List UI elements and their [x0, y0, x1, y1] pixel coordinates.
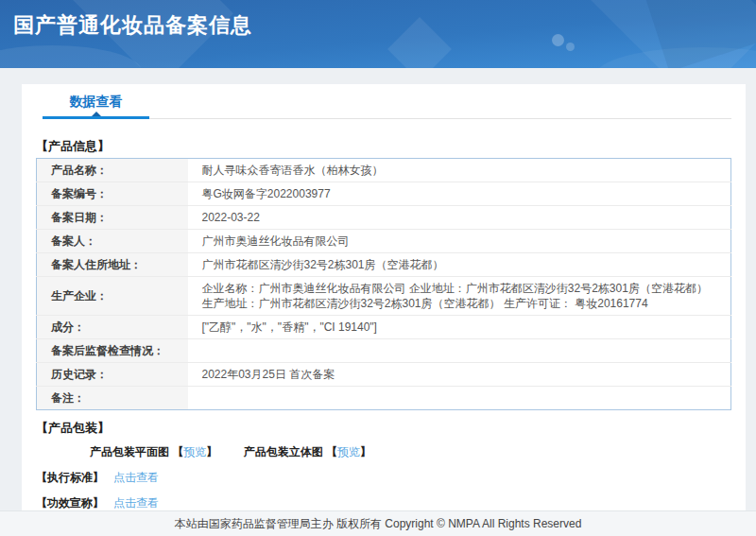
tab-data-view[interactable]: 数据查看 [43, 84, 149, 119]
field-label: 历史记录： [37, 363, 188, 387]
packaging-3d-label: 产品包装立体图 [244, 445, 326, 458]
field-label: 备案人： [37, 230, 188, 253]
table-row: 成分： ["乙醇"，"水"，"香精"，"CI 19140"] [37, 316, 731, 339]
packaging-flat-item: 产品包装平面图 【预览】 [90, 445, 217, 458]
field-label: 备案日期： [37, 206, 188, 230]
field-label: 备案人住所地址： [37, 253, 188, 277]
packaging-flat-preview-link[interactable]: 预览 [183, 445, 206, 458]
table-row: 产品名称： 耐人寻味众香寄语香水（柏林女孩） [37, 159, 731, 182]
field-value: 2022年03月25日 首次备案 [188, 363, 731, 387]
table-row: 备案人住所地址： 广州市花都区清沙街32号2栋301房（空港花都） [37, 253, 731, 277]
field-value: 企业名称：广州市奥迪丝化妆品有限公司 企业地址：广州市花都区清沙街32号2栋30… [188, 277, 731, 316]
field-value [188, 339, 731, 363]
bracket: 【 [172, 445, 183, 458]
table-row: 备注： [37, 387, 731, 410]
field-value: 广州市花都区清沙街32号2栋301房（空港花都） [188, 253, 731, 277]
header-decoration [0, 45, 142, 68]
bracket: 】 [360, 445, 371, 458]
table-row: 备案编号： 粤G妆网备字2022003977 [37, 182, 731, 206]
exec-standard-view-link[interactable]: 点击查看 [113, 471, 159, 484]
field-value [188, 387, 731, 410]
page-footer: 本站由国家药品监督管理局主办 版权所有 Copyright © NMPA All… [0, 510, 756, 536]
exec-standard-row: 【执行标准】点击查看 [36, 470, 731, 486]
main-area: 数据查看 【产品信息】 产品名称： 耐人寻味众香寄语香水（柏林女孩） 备案编号：… [0, 68, 756, 510]
field-value: ["乙醇"，"水"，"香精"，"CI 19140"] [188, 316, 731, 339]
field-label: 备注： [37, 387, 188, 410]
field-label: 生产企业： [37, 277, 188, 316]
field-label: 产品名称： [37, 159, 188, 182]
bracket: 【 [326, 445, 337, 458]
page-header: 国产普通化妆品备案信息 [0, 0, 756, 68]
efficacy-claim-row: 【功效宣称】点击查看 [36, 495, 731, 510]
table-row: 备案日期： 2022-03-22 [37, 206, 731, 230]
packaging-3d-item: 产品包装立体图 【预览】 [244, 445, 371, 458]
content-card: 数据查看 【产品信息】 产品名称： 耐人寻味众香寄语香水（柏林女孩） 备案编号：… [22, 84, 746, 510]
packaging-3d-preview-link[interactable]: 预览 [337, 445, 360, 458]
header-decoration [595, 47, 756, 68]
field-label: 备案编号： [37, 182, 188, 206]
table-row: 备案人： 广州市奥迪丝化妆品有限公司 [37, 230, 731, 253]
header-decoration [387, 17, 452, 68]
packaging-flat-label: 产品包装平面图 [90, 445, 172, 458]
field-label: 备案后监督检查情况： [37, 339, 188, 363]
table-row: 历史记录： 2022年03月25日 首次备案 [37, 363, 731, 387]
table-row: 生产企业： 企业名称：广州市奥迪丝化妆品有限公司 企业地址：广州市花都区清沙街3… [37, 277, 731, 316]
field-value: 广州市奥迪丝化妆品有限公司 [188, 230, 731, 253]
header-decoration [552, 34, 564, 46]
packaging-section-title: 【产品包装】 [36, 420, 731, 437]
efficacy-claim-label: 【功效宣称】 [36, 496, 104, 510]
caret-up-icon [92, 112, 101, 116]
packaging-row: 产品包装平面图 【预览】 产品包装立体图 【预览】 [36, 444, 731, 460]
efficacy-claim-view-link[interactable]: 点击查看 [113, 496, 159, 510]
product-info-table: 产品名称： 耐人寻味众香寄语香水（柏林女孩） 备案编号： 粤G妆网备字20220… [36, 158, 731, 410]
tab-bar: 数据查看 [43, 84, 731, 119]
header-decoration [566, 43, 575, 51]
exec-standard-label: 【执行标准】 [36, 471, 104, 484]
field-label: 成分： [37, 316, 188, 339]
bracket: 】 [206, 445, 217, 458]
table-row: 备案后监督检查情况： [37, 339, 731, 363]
field-value: 2022-03-22 [188, 206, 731, 230]
field-value: 粤G妆网备字2022003977 [188, 182, 731, 206]
tab-data-view-label: 数据查看 [70, 94, 123, 109]
page-title: 国产普通化妆品备案信息 [13, 11, 252, 40]
product-info-section-title: 【产品信息】 [36, 138, 731, 155]
field-value: 耐人寻味众香寄语香水（柏林女孩） [188, 159, 731, 182]
copyright-text: 本站由国家药品监督管理局主办 版权所有 Copyright © NMPA All… [175, 517, 582, 530]
